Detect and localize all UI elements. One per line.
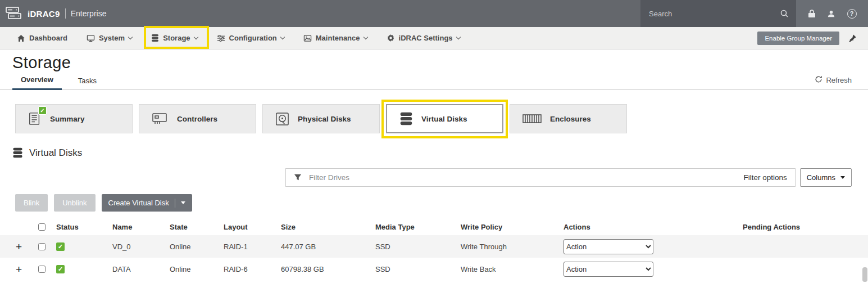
tabs-bar: Overview Tasks Refresh bbox=[0, 73, 868, 90]
vd-toolbar: Blink Unblink Create Virtual Disk bbox=[15, 194, 868, 212]
blink-button[interactable]: Blink bbox=[15, 194, 48, 212]
nav-item-system[interactable]: System bbox=[87, 34, 132, 42]
tab-tasks[interactable]: Tasks bbox=[70, 77, 105, 89]
cell-size: 447.07 GB bbox=[280, 242, 372, 251]
chevron-down-icon bbox=[193, 34, 198, 39]
col-header-media-type: Media Type bbox=[372, 223, 456, 231]
columns-label: Columns bbox=[807, 173, 835, 182]
row-action-select[interactable]: Action bbox=[563, 239, 653, 254]
maintenance-icon bbox=[303, 34, 312, 42]
controllers-icon bbox=[152, 112, 169, 125]
brand-edition: Enterprise bbox=[71, 9, 107, 18]
status-ok-icon: ✓ bbox=[56, 265, 65, 273]
cell-write-policy: Write Back bbox=[456, 265, 560, 273]
main-nav: Dashboard System Storage Configuration bbox=[0, 27, 868, 50]
enable-group-manager-button[interactable]: Enable Group Manager bbox=[757, 32, 839, 45]
nav-label: iDRAC Settings bbox=[399, 34, 453, 42]
tab-overview[interactable]: Overview bbox=[12, 75, 62, 90]
col-header-state: State bbox=[169, 223, 221, 231]
virtual-disks-heading: Virtual Disks bbox=[12, 147, 868, 159]
table-header-row: Status Name State Layout Size Media Type… bbox=[0, 218, 868, 235]
col-header-pending-actions: Pending Actions bbox=[738, 223, 868, 231]
table-row: + ✓ VD_0 Online RAID-1 447.07 GB SSD Wri… bbox=[0, 235, 868, 258]
brand-area: iDRAC9 Enterprise bbox=[0, 0, 640, 27]
top-header: iDRAC9 Enterprise ? bbox=[0, 0, 868, 27]
expand-row-icon[interactable]: + bbox=[0, 264, 35, 275]
page-content: Storage Overview Tasks Refresh ✓ Su bbox=[0, 53, 868, 280]
col-header-size: Size bbox=[280, 223, 372, 231]
row-checkbox[interactable] bbox=[38, 266, 46, 273]
card-virtual-disks[interactable]: Virtual Disks bbox=[386, 104, 503, 133]
user-icon[interactable] bbox=[827, 10, 835, 18]
summary-icon: ✓ bbox=[28, 111, 42, 126]
chevron-down-icon bbox=[363, 34, 367, 39]
chevron-down-icon bbox=[280, 34, 285, 39]
gear-icon bbox=[387, 34, 395, 42]
create-virtual-disk-button[interactable]: Create Virtual Disk bbox=[102, 194, 192, 212]
cell-media-type: SSD bbox=[372, 265, 456, 273]
chevron-down-icon bbox=[181, 201, 185, 204]
cell-state: Online bbox=[169, 265, 221, 273]
cell-media-type: SSD bbox=[372, 242, 456, 251]
nav-item-storage[interactable]: Storage bbox=[151, 34, 197, 42]
nav-label: System bbox=[99, 34, 125, 42]
col-header-name: Name bbox=[107, 223, 169, 231]
virtual-disks-icon bbox=[399, 111, 413, 126]
refresh-button[interactable]: Refresh bbox=[815, 75, 852, 89]
summary-ok-badge: ✓ bbox=[38, 106, 47, 115]
refresh-label: Refresh bbox=[826, 76, 852, 84]
search-input[interactable] bbox=[648, 9, 780, 19]
unblink-button[interactable]: Unblink bbox=[54, 194, 95, 212]
row-action-select[interactable]: Action bbox=[563, 262, 653, 277]
chevron-down-icon bbox=[840, 176, 845, 179]
filter-funnel-icon bbox=[294, 174, 302, 181]
pin-icon[interactable] bbox=[848, 34, 857, 42]
nav-item-maintenance[interactable]: Maintenance bbox=[303, 34, 367, 42]
virtual-disks-heading-icon bbox=[12, 147, 23, 159]
home-icon bbox=[17, 34, 25, 42]
nav-item-idrac-settings[interactable]: iDRAC Settings bbox=[387, 34, 460, 42]
select-all-checkbox[interactable] bbox=[38, 223, 46, 231]
cell-name: VD_0 bbox=[107, 242, 169, 251]
enclosures-icon bbox=[522, 114, 542, 123]
header-icons: ? bbox=[796, 0, 868, 27]
card-controllers[interactable]: Controllers bbox=[139, 104, 256, 133]
select-all-cell bbox=[35, 222, 56, 232]
nav-item-configuration[interactable]: Configuration bbox=[217, 34, 284, 42]
cell-state: Online bbox=[169, 242, 221, 251]
col-header-status: Status bbox=[56, 223, 107, 231]
chevron-down-icon bbox=[456, 34, 460, 39]
col-header-write-policy: Write Policy bbox=[456, 223, 560, 231]
brand-divider bbox=[65, 8, 66, 19]
nav-item-dashboard[interactable]: Dashboard bbox=[17, 34, 67, 42]
system-icon bbox=[87, 34, 95, 42]
col-header-layout: Layout bbox=[221, 223, 280, 231]
card-summary[interactable]: ✓ Summary bbox=[15, 104, 133, 133]
cell-write-policy: Write Through bbox=[456, 242, 560, 251]
lock-icon[interactable] bbox=[808, 9, 816, 18]
nav-label: Dashboard bbox=[29, 34, 67, 42]
columns-dropdown-button[interactable]: Columns bbox=[800, 168, 852, 187]
cell-layout: RAID-6 bbox=[221, 265, 280, 273]
button-divider bbox=[175, 199, 175, 208]
filter-box: Filter options bbox=[285, 168, 796, 187]
filter-row: Filter options Columns bbox=[0, 168, 868, 187]
col-header-actions: Actions bbox=[560, 223, 738, 231]
cell-layout: RAID-1 bbox=[221, 242, 280, 251]
card-label: Controllers bbox=[177, 115, 217, 123]
section-title: Virtual Disks bbox=[29, 147, 82, 159]
nav-label: Maintenance bbox=[316, 34, 360, 42]
search-icon[interactable] bbox=[780, 9, 789, 18]
card-physical-disks[interactable]: Physical Disks bbox=[262, 104, 380, 133]
storage-category-cards: ✓ Summary Controllers Phy bbox=[15, 104, 868, 133]
vertical-scrollbar[interactable] bbox=[862, 267, 867, 282]
filter-drives-input[interactable] bbox=[308, 173, 737, 182]
help-icon[interactable]: ? bbox=[847, 9, 857, 19]
filter-options-link[interactable]: Filter options bbox=[743, 173, 787, 182]
expand-row-icon[interactable]: + bbox=[0, 241, 35, 252]
row-checkbox[interactable] bbox=[38, 243, 46, 250]
page-title: Storage bbox=[12, 53, 868, 72]
status-ok-icon: ✓ bbox=[56, 242, 65, 251]
card-enclosures[interactable]: Enclosures bbox=[510, 104, 627, 133]
cell-name: DATA bbox=[107, 265, 169, 273]
